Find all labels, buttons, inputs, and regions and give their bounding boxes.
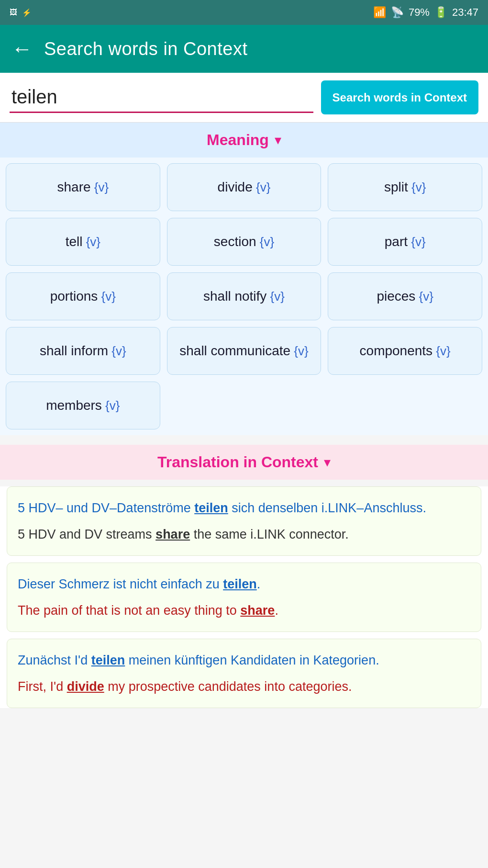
german-highlight-3: teilen [91,653,125,667]
search-input-wrapper [10,82,313,113]
word-tag-shall-inform: {v} [108,344,126,359]
word-tag-portions: {v} [98,289,116,304]
english-highlight-1: share [155,527,190,541]
translation-card-2: Dieser Schmerz ist nicht einfach zu teil… [7,563,481,632]
translation-english-2: The pain of that is not an easy thing to… [18,601,470,620]
word-card-part[interactable]: part {v} [328,218,482,266]
english-highlight-2: share [240,603,275,618]
word-tag-components: {v} [433,344,451,359]
word-card-share[interactable]: share {v} [6,163,160,211]
word-grid: share {v} divide {v} split {v} tell {v} … [0,158,488,435]
word-card-section[interactable]: section {v} [167,218,322,266]
status-bar: 🖼 ⚡ 📶 📡 79% 🔋 23:47 [0,0,488,25]
word-tag-section: {v} [256,235,275,249]
translation-english-1: 5 HDV and DV streams share the same i.LI… [18,525,470,544]
german-highlight-2: teilen [223,577,257,591]
status-bar-left: 🖼 ⚡ [10,8,32,17]
back-button[interactable]: ← [11,37,33,61]
word-tag-shall-communicate: {v} [290,344,309,359]
clock: 23:47 [452,6,478,19]
translation-chevron-icon: ▾ [324,454,331,470]
translation-english-3: First, I'd divide my prospective candida… [18,677,470,697]
translation-german-2: Dieser Schmerz ist nicht einfach zu teil… [18,575,470,594]
translation-card-1: 5 HDV– und DV–Datenströme teilen sich de… [7,486,481,556]
german-highlight-1: teilen [194,501,228,515]
word-card-divide[interactable]: divide {v} [167,163,322,211]
battery-icon: 🔋 [434,6,447,19]
translation-card-3: Zunächst I'd teilen meinen künftigen Kan… [7,639,481,708]
search-context-button[interactable]: Search words in Context [321,80,478,114]
translation-german-3: Zunächst I'd teilen meinen künftigen Kan… [18,651,470,670]
app-bar: ← Search words in Context [0,25,488,73]
word-tag-members: {v} [102,398,120,413]
search-input[interactable] [10,82,313,112]
search-row: Search words in Context [0,73,488,123]
word-card-shall-notify[interactable]: shall notify {v} [167,272,322,320]
word-tag-share: {v} [91,180,109,195]
word-tag-shall-notify: {v} [266,289,285,304]
word-card-shall-communicate[interactable]: shall communicate {v} [167,327,322,375]
meaning-header-label: Meaning [207,131,269,149]
translation-items: 5 HDV– und DV–Datenströme teilen sich de… [0,486,488,708]
battery-level: 79% [409,6,430,19]
status-bar-right: 📶 📡 79% 🔋 23:47 [373,6,478,19]
translation-german-1: 5 HDV– und DV–Datenströme teilen sich de… [18,498,470,518]
word-card-pieces[interactable]: pieces {v} [328,272,482,320]
flash-icon: ⚡ [22,8,32,17]
word-card-split[interactable]: split {v} [328,163,482,211]
english-highlight-3: divide [67,679,104,694]
word-card-portions[interactable]: portions {v} [6,272,160,320]
word-card-tell[interactable]: tell {v} [6,218,160,266]
translation-section-header[interactable]: Translation in Context ▾ [0,445,488,480]
word-card-members[interactable]: members {v} [6,382,160,429]
word-tag-split: {v} [408,180,426,195]
word-tag-tell: {v} [82,235,100,249]
word-tag-divide: {v} [253,180,271,195]
meaning-section-header[interactable]: Meaning ▾ [0,123,488,158]
translation-header-label: Translation in Context [157,453,318,471]
signal-icon: 📡 [391,6,404,19]
meaning-chevron-icon: ▾ [275,132,281,148]
word-tag-pieces: {v} [415,289,433,304]
word-tag-part: {v} [408,235,426,249]
image-icon: 🖼 [10,8,17,17]
word-card-shall-inform[interactable]: shall inform {v} [6,327,160,375]
wifi-icon: 📶 [373,6,386,19]
word-card-components[interactable]: components {v} [328,327,482,375]
app-bar-title: Search words in Context [44,39,247,59]
